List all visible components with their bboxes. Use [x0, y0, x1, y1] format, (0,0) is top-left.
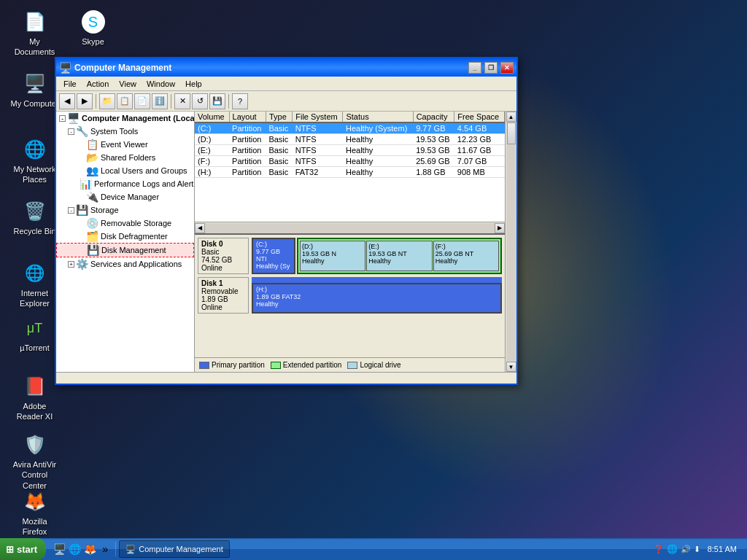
view-button[interactable]: 📋 — [117, 93, 133, 109]
tree-removable[interactable]: 💿 Removable Storage — [56, 217, 194, 230]
desktop-icon-my-documents[interactable]: 📄 My Documents — [7, 7, 62, 61]
tree-expand-root[interactable]: - — [59, 115, 66, 122]
tree-services[interactable]: + ⚙️ Services and Applications — [56, 257, 194, 271]
scroll-thumb[interactable] — [507, 122, 516, 144]
col-freespace[interactable]: Free Space — [454, 112, 505, 122]
menu-window[interactable]: Window — [142, 79, 179, 89]
desktop-icon-adobe[interactable]: 📕 Adobe Reader XI — [7, 372, 62, 425]
scroll-right-arrow[interactable]: ▶ — [495, 223, 505, 233]
table-row-h[interactable]: (H:) Partition Basic FAT32 Healthy 1.88 … — [195, 167, 505, 178]
horiz-scroll-track[interactable] — [205, 223, 495, 233]
tree-root[interactable]: - 🖥️ Computer Management (Local) — [56, 112, 194, 125]
desktop-icon-network[interactable]: 🌐 My Network Places — [7, 135, 62, 188]
table-row-e[interactable]: (E:) Partition Basic NTFS Healthy 19.53 … — [195, 145, 505, 156]
tray-help[interactable]: ❓ — [654, 545, 664, 554]
table-row-d[interactable]: (D:) Partition Basic NTFS Healthy 19.53 … — [195, 134, 505, 145]
close-button[interactable]: ✕ — [500, 62, 514, 74]
new-button[interactable]: 📄 — [134, 93, 150, 109]
refresh-button[interactable]: ↺ — [192, 93, 208, 109]
menu-action[interactable]: Action — [82, 79, 114, 89]
tree-expand-storage[interactable]: - — [68, 207, 74, 214]
desktop-icon-skype[interactable]: S Skype — [66, 7, 120, 50]
toolbar: ◀ ▶ 📁 📋 📄 ℹ️ ✕ ↺ 💾 ? — [56, 91, 516, 112]
partition-d-label: (D:) — [302, 243, 363, 250]
menu-view[interactable]: View — [115, 79, 141, 89]
menu-file[interactable]: File — [59, 79, 81, 89]
quicklaunch-arrow[interactable]: » — [98, 542, 112, 556]
tree-expand-services[interactable]: + — [68, 261, 74, 268]
help-button[interactable]: ? — [232, 93, 248, 109]
row-e-layout: Partition — [229, 145, 266, 156]
desktop-icon-avira[interactable]: 🛡️ Avira AntiVir Control Center — [7, 430, 62, 494]
col-layout[interactable]: Layout — [229, 112, 266, 122]
col-volume[interactable]: Volume — [195, 112, 229, 122]
scroll-left-arrow[interactable]: ◀ — [195, 223, 205, 233]
menu-help[interactable]: Help — [181, 79, 206, 89]
quicklaunch-ie[interactable]: 🌐 — [67, 542, 82, 556]
desktop-icon-my-computer[interactable]: 🖥️ My Computer — [7, 69, 62, 112]
tree-expand-system[interactable]: - — [68, 128, 74, 135]
col-status[interactable]: Status — [343, 112, 413, 122]
taskbar-computer-mgmt[interactable]: 🖥️ Computer Management — [119, 540, 230, 558]
col-type[interactable]: Type — [266, 112, 292, 122]
scroll-down-arrow[interactable]: ▼ — [506, 362, 516, 372]
partition-d[interactable]: (D:) 19.53 GB N Healthy — [300, 241, 365, 271]
partition-h[interactable]: (H:) 1.89 GB FAT32 Healthy — [252, 283, 502, 314]
partition-e-size: 19.53 GB NT — [368, 250, 430, 257]
desktop-icon-recycle[interactable]: 🗑️ Recycle Bin — [7, 197, 62, 239]
tree-shared-folders[interactable]: 📂 Shared Folders — [56, 151, 194, 164]
right-main: Volume Layout Type File System Status Ca… — [195, 112, 505, 372]
props-button[interactable]: ℹ️ — [152, 93, 168, 109]
legend-primary-color — [199, 362, 209, 369]
tree-system-tools[interactable]: - 🔧 System Tools — [56, 125, 194, 138]
desktop-icon-utorrent[interactable]: μT µTorrent — [7, 314, 62, 356]
table-row-c[interactable]: (C:) Partition Basic NTFS Healthy (Syste… — [195, 122, 505, 134]
forward-button[interactable]: ▶ — [77, 93, 93, 109]
partition-f[interactable]: (F:) 25.69 GB NT Healthy — [433, 241, 499, 271]
tree-local-users[interactable]: 👥 Local Users and Groups — [56, 164, 194, 177]
desktop-icon-firefox[interactable]: 🦊 Mozilla Firefox — [7, 487, 62, 540]
scroll-track[interactable] — [506, 122, 516, 362]
disk1-status: Online — [201, 303, 245, 311]
scroll-up-arrow[interactable]: ▲ — [506, 112, 516, 122]
desktop-icon-ie[interactable]: 🌐 Internet Explorer — [7, 259, 62, 312]
tree-disk-management[interactable]: 💾 Disk Management — [56, 243, 194, 257]
row-h-capacity: 1.88 GB — [413, 167, 454, 178]
tree-perf-logs[interactable]: 📊 Performance Logs and Alert... — [56, 177, 194, 190]
desktop: 📄 My Documents S Skype 🖥️ My Computer 🌐 … — [0, 0, 747, 560]
tray-volume[interactable]: 🔊 — [681, 545, 691, 554]
vertical-scrollbar[interactable]: ▲ ▼ — [505, 112, 516, 372]
tray-utorrent[interactable]: ⬇ — [694, 545, 700, 554]
restore-button[interactable]: ❐ — [484, 62, 498, 74]
export-button[interactable]: 💾 — [209, 93, 225, 109]
disk-graphic-area: Disk 0 Basic 74.52 GB Online (C:) 9.77 G… — [195, 233, 505, 357]
row-c-type: Basic — [266, 122, 292, 134]
tree-defrag[interactable]: 🗂️ Disk Defragmenter — [56, 230, 194, 243]
row-d-fs: NTFS — [293, 134, 343, 145]
tree-storage[interactable]: - 💾 Storage — [56, 203, 194, 217]
col-filesystem[interactable]: File System — [293, 112, 343, 122]
tree-panel[interactable]: - 🖥️ Computer Management (Local) - 🔧 Sys… — [56, 112, 195, 372]
minimize-button[interactable]: _ — [468, 62, 481, 74]
row-f-fs: NTFS — [293, 156, 343, 167]
tray-network[interactable]: 🌐 — [667, 544, 678, 554]
row-c-fs: NTFS — [293, 122, 343, 134]
row-c-volume: (C:) — [195, 122, 229, 134]
delete-button[interactable]: ✕ — [174, 93, 190, 109]
tree-event-viewer[interactable]: 📋 Event Viewer — [56, 138, 194, 151]
tree-services-label: Services and Applications — [90, 260, 182, 268]
horizontal-scrollbar[interactable]: ◀ ▶ — [195, 222, 505, 233]
partition-e[interactable]: (E:) 19.53 GB NT Healthy — [366, 241, 432, 271]
partition-c[interactable]: (C:) 9.77 GB NTI Healthy (Sy — [252, 238, 295, 274]
col-capacity[interactable]: Capacity — [413, 112, 454, 122]
table-row-f[interactable]: (F:) Partition Basic NTFS Healthy 25.69 … — [195, 156, 505, 167]
start-label: start — [17, 544, 37, 555]
up-button[interactable]: 📁 — [99, 93, 115, 109]
start-button[interactable]: ⊞ start — [0, 538, 46, 560]
quicklaunch-show-desktop[interactable]: 🖥️ — [52, 542, 66, 556]
tree-device-manager[interactable]: 🔌 Device Manager — [56, 190, 194, 203]
table-scroll-area[interactable]: Volume Layout Type File System Status Ca… — [195, 112, 505, 222]
quicklaunch-firefox[interactable]: 🦊 — [82, 542, 97, 556]
defrag-icon: 🗂️ — [86, 230, 98, 242]
back-button[interactable]: ◀ — [59, 93, 75, 109]
